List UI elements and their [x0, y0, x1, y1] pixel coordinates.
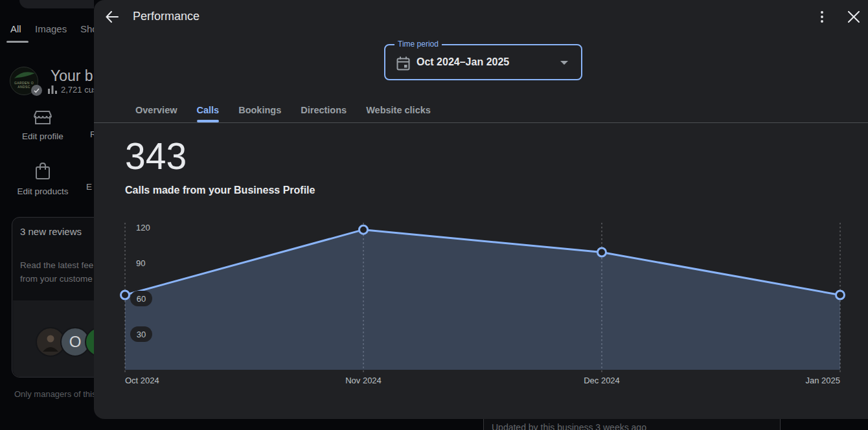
customer-count: 2,721 cust: [61, 85, 94, 95]
business-stats: 2,721 cust: [48, 85, 94, 95]
tab-directions[interactable]: Directions: [301, 97, 347, 122]
data-point[interactable]: [598, 248, 606, 256]
time-period-select[interactable]: Time period Oct 2024–Jan 2025: [384, 44, 582, 80]
data-point[interactable]: [836, 291, 845, 299]
xtick-label: Oct 2024: [125, 376, 159, 385]
calendar-icon: [396, 56, 410, 71]
ytick-label: 30: [137, 330, 146, 339]
leaf-icon: [13, 69, 36, 80]
logo-text-line2: ANDSC: [17, 85, 30, 89]
close-button[interactable]: [845, 8, 863, 26]
back-button[interactable]: [103, 8, 121, 26]
managers-note: Only managers of this pr: [14, 389, 94, 399]
kebab-menu-icon: [821, 11, 823, 23]
arrow-left-icon: [105, 10, 119, 24]
data-point[interactable]: [121, 291, 130, 299]
search-tab-all-underline: [6, 41, 29, 43]
edit-products-button[interactable]: Edit products: [4, 162, 82, 197]
tabs-divider: [94, 122, 868, 123]
business-name: Your bus: [51, 67, 94, 85]
calls-chart-svg: 120906030Oct 2024Nov 2024Dec 2024Jan 202…: [125, 220, 840, 386]
ytick-label: 90: [136, 258, 145, 268]
metric-total: 343: [125, 136, 187, 176]
verified-badge-icon: [31, 85, 42, 96]
xtick-label: Jan 2025: [806, 376, 841, 385]
search-tab-all[interactable]: All: [10, 23, 21, 34]
xtick-label: Nov 2024: [345, 376, 382, 385]
data-point[interactable]: [360, 225, 368, 234]
screen: All Images Sho GARDEN O ANDSC Your bus 2…: [0, 0, 868, 430]
reviews-card-body: Read the latest fee from your custome: [20, 258, 93, 286]
page-title: Performance: [133, 10, 200, 23]
more-options-button[interactable]: [813, 8, 831, 26]
search-tab-images[interactable]: Images: [35, 23, 67, 34]
ytick-label: 120: [136, 223, 150, 232]
tab-calls[interactable]: Calls: [197, 97, 220, 122]
performance-panel: Performance Time period Oct 2024–Jan 2: [94, 0, 868, 419]
bar-chart-icon: [48, 85, 58, 94]
edit-profile-label: Edit profile: [22, 131, 63, 141]
area-fill: [125, 230, 840, 370]
edit-profile-button[interactable]: Edit profile: [4, 111, 82, 142]
search-tab-shopping[interactable]: Sho: [80, 23, 94, 34]
reviews-card-title: 3 new reviews: [20, 226, 82, 237]
xtick-label: Dec 2024: [584, 376, 620, 385]
metric-tabs: Overview Calls Bookings Directions Websi…: [94, 97, 431, 122]
time-period-value: Oct 2024–Jan 2025: [417, 45, 509, 79]
reviews-card-media: O R: [13, 300, 94, 377]
caret-down-icon: [560, 61, 568, 65]
person-silhouette-icon: [41, 332, 60, 352]
edit-products-label: Edit products: [17, 187, 69, 196]
tab-overview[interactable]: Overview: [135, 97, 177, 122]
metric-description: Calls made from your Business Profile: [125, 185, 315, 196]
calls-chart: 120906030Oct 2024Nov 2024Dec 2024Jan 202…: [125, 220, 840, 386]
updated-info-card: Updated by this business 3 weeks ago: [483, 419, 781, 430]
background-page: All Images Sho GARDEN O ANDSC Your bus 2…: [0, 0, 94, 430]
tab-bookings[interactable]: Bookings: [238, 97, 281, 122]
storefront-icon: [34, 111, 52, 125]
cut-action-label-2[interactable]: E: [86, 182, 92, 192]
search-bar-bottom-edge: [19, 0, 94, 8]
shopping-bag-icon: [35, 162, 51, 180]
reviews-card[interactable]: 3 new reviews Read the latest fee from y…: [12, 217, 94, 378]
close-icon: [848, 11, 860, 23]
ytick-label: 60: [137, 294, 146, 304]
updated-text: Updated by this business 3 weeks ago: [492, 422, 646, 430]
tab-website-clicks[interactable]: Website clicks: [366, 97, 431, 122]
